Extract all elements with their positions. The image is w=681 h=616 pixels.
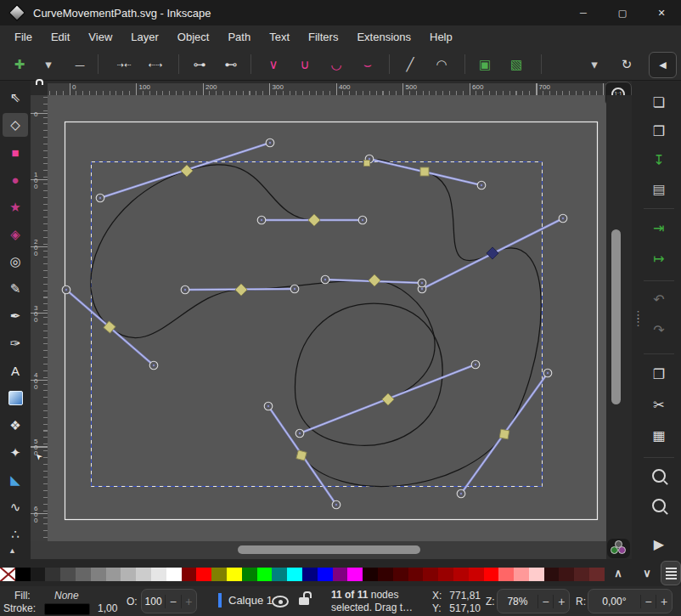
path-node-diamond-3[interactable] xyxy=(181,165,193,177)
swatch-008080[interactable] xyxy=(272,568,287,581)
cut-button[interactable]: ✂ xyxy=(644,392,673,417)
opacity-decrease-button[interactable]: − xyxy=(165,595,180,608)
zoom-increase-button[interactable]: + xyxy=(553,595,569,608)
color-management-toggle[interactable] xyxy=(607,539,630,558)
zoom-spinner[interactable]: 78% − + xyxy=(497,589,570,613)
insert-node-menu-icon[interactable]: ▾ xyxy=(35,50,62,79)
path-node-diamond-7[interactable] xyxy=(235,284,247,296)
path-effects-icon[interactable]: ↻ xyxy=(613,50,640,79)
swatch-990000[interactable] xyxy=(438,568,453,581)
swatch-1a1a1a[interactable] xyxy=(31,568,46,581)
stroke-to-path-icon[interactable]: ▧ xyxy=(503,50,530,79)
swatch-682929[interactable] xyxy=(589,568,605,581)
minimize-button[interactable]: ─ xyxy=(564,0,603,25)
menu-item-filters[interactable]: Filters xyxy=(299,31,347,43)
opacity-value[interactable]: 100 xyxy=(142,596,165,608)
zoom-selection-button[interactable] xyxy=(644,463,673,489)
collapse-panel-button[interactable]: ◀ xyxy=(649,52,677,78)
opacity-increase-button[interactable]: + xyxy=(181,595,196,608)
path-node-diamond-5[interactable] xyxy=(487,247,498,259)
rotation-value[interactable]: 0,00° xyxy=(588,596,640,608)
path-node-diamond-6[interactable] xyxy=(369,274,380,286)
opacity-spinner[interactable]: 100 − + xyxy=(141,589,197,613)
text-tool[interactable]: A xyxy=(3,359,28,382)
swatch-ffffff[interactable] xyxy=(166,568,182,581)
more-tools-icon[interactable]: ▲ xyxy=(8,546,16,555)
zoom-decrease-button[interactable]: − xyxy=(537,595,554,608)
rotation-decrease-button[interactable]: − xyxy=(640,595,656,608)
selector-tool[interactable]: ⇖ xyxy=(3,86,28,110)
swatch-666666[interactable] xyxy=(76,568,91,581)
swatch-1a0000[interactable] xyxy=(363,568,378,581)
print-button[interactable]: ▤ xyxy=(644,176,673,201)
rectangle-tool[interactable]: ■ xyxy=(3,140,28,164)
swatch-999999[interactable] xyxy=(106,568,121,581)
swatch-333333[interactable] xyxy=(45,568,60,581)
menu-item-path[interactable]: Path xyxy=(218,31,260,43)
snap-toolbar-grip[interactable]: ⋮ ⋮ xyxy=(633,312,644,325)
node-tool[interactable]: ◇ xyxy=(3,113,28,137)
bezier-path-2[interactable] xyxy=(295,303,442,445)
path-node-diamond-9[interactable] xyxy=(382,393,394,405)
break-nodes-icon[interactable]: ⇠⇢ xyxy=(142,50,169,79)
palette-scroll-down-button[interactable]: ∨ xyxy=(635,563,659,582)
horizontal-scrollbar[interactable] xyxy=(31,541,606,559)
export-button[interactable]: ↦ xyxy=(644,246,673,271)
palette-scroll-up-button[interactable]: ∧ xyxy=(606,563,630,582)
swatch-b3b3b3[interactable] xyxy=(121,568,136,581)
layer-lock-icon[interactable] xyxy=(299,597,309,605)
layer-visibility-eye-icon[interactable] xyxy=(272,596,289,608)
mesh-gradient-tool[interactable]: ❖ xyxy=(3,414,28,438)
pencil-tool[interactable]: ✎ xyxy=(3,277,28,301)
redo-button[interactable]: ↷ xyxy=(644,317,673,342)
swatch-800000[interactable] xyxy=(182,568,197,581)
spiral-tool[interactable]: ◎ xyxy=(3,250,28,274)
menu-item-object[interactable]: Object xyxy=(168,31,219,43)
swatch-cc0000[interactable] xyxy=(469,568,484,581)
toolbar-overflow-menu-icon[interactable]: ▾ xyxy=(581,50,608,79)
undo-button[interactable]: ↶ xyxy=(644,286,673,312)
path-node-diamond-4[interactable] xyxy=(308,214,320,226)
canvas[interactable] xyxy=(48,95,606,541)
maximize-button[interactable]: ▢ xyxy=(603,0,642,25)
swatch-800000[interactable] xyxy=(423,568,438,581)
swatch-3d1414[interactable] xyxy=(559,568,574,581)
swatch-ffff00[interactable] xyxy=(227,568,242,581)
swatch-800080[interactable] xyxy=(333,568,348,581)
horizontal-scrollbar-thumb[interactable] xyxy=(238,545,420,554)
swatch-none[interactable] xyxy=(0,568,15,581)
object-to-path-icon[interactable]: ▣ xyxy=(471,50,498,79)
corner-node-icon[interactable]: ∨ xyxy=(260,50,287,79)
menu-item-file[interactable]: File xyxy=(5,31,42,43)
delete-segment-icon[interactable]: ⊷ xyxy=(217,50,245,79)
menu-item-help[interactable]: Help xyxy=(420,31,462,43)
auto-smooth-node-icon[interactable]: ⌣ xyxy=(354,50,381,79)
menu-item-text[interactable]: Text xyxy=(260,31,299,43)
swatch-808000[interactable] xyxy=(211,568,227,581)
gradient-tool[interactable] xyxy=(3,386,28,410)
layer-name[interactable]: Calque 1 xyxy=(228,594,273,607)
swatch-e6e6e6[interactable] xyxy=(151,568,166,581)
swatch-2b0d0d[interactable] xyxy=(544,568,560,581)
swatch-008000[interactable] xyxy=(242,568,257,581)
dropper-tool[interactable]: ✦ xyxy=(3,441,28,465)
path-node-square-11[interactable] xyxy=(499,429,509,439)
swatch-ff0000[interactable] xyxy=(484,568,499,581)
curve-segment-icon[interactable]: ◠ xyxy=(428,50,455,79)
swatch-cccccc[interactable] xyxy=(136,568,151,581)
delete-node-icon[interactable]: ─ xyxy=(66,50,93,79)
swatch-ffcccc[interactable] xyxy=(529,568,544,581)
ellipse-tool[interactable]: ● xyxy=(3,167,28,191)
open-document-button[interactable]: ❒ xyxy=(644,118,673,144)
fill-value[interactable]: None xyxy=(54,590,79,602)
swatch-ff6666[interactable] xyxy=(498,568,514,581)
star-tool[interactable]: ★ xyxy=(3,195,28,219)
swatch-4d0000[interactable] xyxy=(393,568,408,581)
menu-item-edit[interactable]: Edit xyxy=(42,31,79,43)
close-button[interactable]: ✕ xyxy=(642,0,681,25)
palette-menu-button[interactable] xyxy=(661,561,681,585)
swatch-ff00ff[interactable] xyxy=(347,568,363,581)
save-document-button[interactable]: ↧ xyxy=(644,147,673,172)
swatch-4d4d4d[interactable] xyxy=(60,568,76,581)
insert-node-icon[interactable]: ✚ xyxy=(6,50,33,79)
